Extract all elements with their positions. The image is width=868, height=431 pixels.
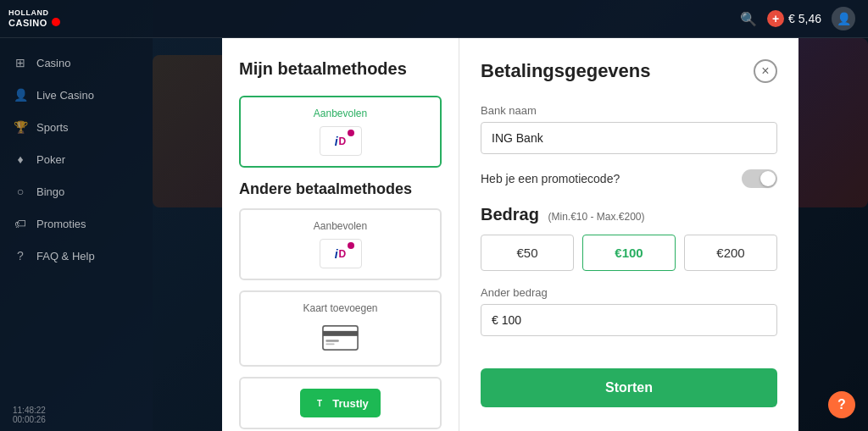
sidebar-item-faq[interactable]: ? FAQ & Help [0, 240, 153, 272]
amount-buttons: €50 €100 €200 [481, 235, 777, 271]
nav-items: ⊞ Casino 👤 Live Casino 🏆 Sports ♦ Poker … [0, 38, 153, 431]
sidebar-label-promoties: Promoties [36, 218, 86, 230]
sidebar: HOLLAND CASINO ⊞ Casino 👤 Live Casino 🏆 … [0, 0, 153, 431]
sidebar-item-poker[interactable]: ♦ Poker [0, 143, 153, 175]
other-methods-title: Andere betaalmethodes [239, 180, 442, 198]
user-avatar[interactable]: 👤 [832, 7, 855, 30]
sidebar-item-promoties[interactable]: 🏷 Promoties [0, 207, 153, 240]
trophy-icon: 🏆 [13, 119, 28, 135]
payment-card-card[interactable]: Kaart toevoegen [239, 290, 442, 367]
diamond-icon: ♦ [13, 152, 28, 167]
promotiecode-label: Heb je een promotiecode? [481, 172, 620, 185]
bedrag-sub: (Min.€10 - Max.€200) [548, 211, 644, 223]
sidebar-item-casino[interactable]: ⊞ Casino [0, 47, 153, 79]
search-icon[interactable]: 🔍 [740, 11, 757, 27]
session-duration: 00:00:26 [13, 415, 140, 424]
header-bar: 🔍 + € 5,46 👤 [153, 0, 868, 38]
sidebar-label-bingo: Bingo [36, 185, 64, 198]
modal-left-panel: Mijn betaalmethodes Aanbevolen i D Ander… [222, 38, 459, 431]
storten-button[interactable]: Storten [481, 368, 777, 407]
payment-card-trustly[interactable]: T Trustly [239, 377, 442, 429]
ander-bedrag-input[interactable] [481, 304, 777, 336]
modal-right-panel: Betalingsgegevens × Bank naam Heb je een… [459, 38, 798, 431]
sidebar-label-casino: Casino [36, 57, 70, 69]
grid-icon: ⊞ [13, 55, 28, 70]
logo-area: HOLLAND CASINO [0, 0, 153, 38]
sidebar-label-faq: FAQ & Help [36, 250, 95, 262]
ideal-logo-recommended: i D [320, 126, 362, 156]
modal-right-title: Betalingsgegevens [481, 60, 651, 82]
ideal-logo: i D [320, 239, 362, 268]
logo: HOLLAND CASINO [8, 8, 60, 29]
modal-left-title: Mijn betaalmethodes [239, 59, 442, 79]
sidebar-item-bingo[interactable]: ○ Bingo [0, 175, 153, 207]
amount-50-button[interactable]: €50 [481, 235, 574, 271]
sidebar-item-live-casino[interactable]: 👤 Live Casino [0, 79, 153, 111]
close-button[interactable]: × [754, 59, 777, 83]
bank-naam-input[interactable] [481, 122, 777, 154]
svg-rect-1 [323, 331, 358, 336]
svg-rect-3 [326, 343, 334, 345]
svg-rect-2 [326, 340, 338, 342]
bedrag-title: Bedrag (Min.€10 - Max.€200) [481, 205, 777, 224]
ideal-card-label: Aanbevolen [251, 220, 430, 232]
amount-100-button[interactable]: €100 [582, 235, 676, 271]
sidebar-item-sports[interactable]: 🏆 Sports [0, 111, 153, 143]
amount-200-button[interactable]: €200 [684, 235, 777, 271]
tag-icon: 🏷 [13, 216, 28, 231]
promotiecode-row: Heb je een promotiecode? [481, 169, 777, 188]
header-balance: + € 5,46 [767, 10, 821, 27]
session-time: 11:48:22 [13, 406, 140, 415]
bank-naam-label: Bank naam [481, 104, 777, 117]
svg-text:T: T [317, 399, 322, 408]
logo-line1: HOLLAND [8, 8, 60, 18]
sidebar-label-sports: Sports [36, 121, 69, 134]
payment-modal: Mijn betaalmethodes Aanbevolen i D Ander… [222, 38, 798, 431]
bottom-bar: 11:48:22 00:00:26 [0, 399, 153, 431]
promotiecode-toggle[interactable] [742, 169, 777, 188]
sidebar-label-live-casino: Live Casino [36, 89, 94, 102]
modal-overlay: Mijn betaalmethodes Aanbevolen i D Ander… [153, 38, 868, 431]
bedrag-group: Bedrag (Min.€10 - Max.€200) €50 €100 €20… [481, 205, 777, 271]
logo-badge [52, 18, 60, 26]
trustly-icon: T [312, 395, 327, 411]
recommended-label: Aanbevolen [251, 108, 430, 119]
toggle-knob [760, 171, 776, 186]
add-funds-icon[interactable]: + [767, 10, 784, 27]
logo-line2: CASINO [8, 18, 60, 29]
sidebar-label-poker: Poker [36, 153, 65, 166]
card-label: Kaart toevoegen [251, 302, 430, 314]
payment-card-ideal[interactable]: Aanbevolen i D [239, 208, 442, 280]
svg-rect-0 [323, 326, 358, 350]
trustly-badge: T Trustly [300, 389, 381, 417]
recommended-payment-card[interactable]: Aanbevolen i D [239, 96, 442, 168]
ander-bedrag-group: Ander bedrag [481, 286, 777, 353]
ander-bedrag-label: Ander bedrag [481, 286, 777, 299]
circle-icon: ○ [13, 184, 28, 199]
user-icon: 👤 [13, 87, 28, 102]
question-icon: ? [13, 248, 28, 263]
modal-right-header: Betalingsgegevens × [481, 59, 777, 83]
trustly-label: Trustly [332, 397, 369, 410]
card-icon [251, 321, 430, 355]
balance-amount: € 5,46 [788, 12, 821, 25]
help-button[interactable]: ? [828, 391, 855, 418]
bank-naam-group: Bank naam [481, 104, 777, 154]
main-content: Mijn betaalmethodes Aanbevolen i D Ander… [153, 38, 868, 431]
